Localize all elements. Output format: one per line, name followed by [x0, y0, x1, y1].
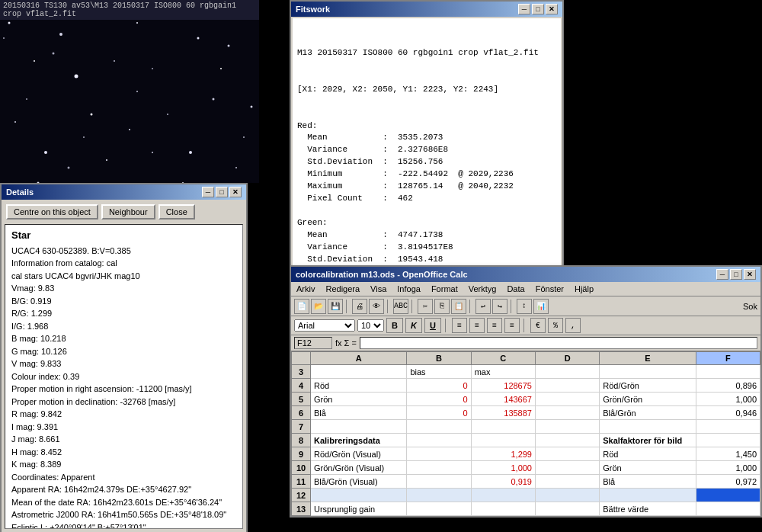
cell[interactable]	[600, 365, 696, 379]
minimize-button[interactable]: ─	[202, 187, 214, 197]
font-size-select[interactable]: 10	[357, 319, 384, 332]
cell[interactable]	[535, 434, 599, 447]
cell[interactable]: Grön/Grön	[600, 393, 696, 406]
fitswork-maximize[interactable]: □	[532, 4, 544, 14]
cell[interactable]	[696, 365, 760, 379]
percent-btn[interactable]: %	[548, 318, 563, 333]
cell[interactable]	[311, 365, 407, 379]
cell[interactable]: Grön	[600, 461, 696, 475]
centre-button[interactable]: Centre on this object	[6, 204, 98, 220]
cell[interactable]	[535, 393, 599, 406]
cell[interactable]	[471, 489, 535, 502]
align-justify-btn[interactable]: ≡	[504, 318, 520, 333]
open-btn[interactable]: 📂	[311, 299, 326, 314]
cell[interactable]: 0	[407, 406, 471, 420]
cell[interactable]: Ursprunglig gain	[311, 502, 407, 516]
undo-btn[interactable]: ↩	[475, 299, 491, 314]
cell[interactable]: Skalfaktorer för bild	[600, 434, 696, 447]
calc-maximize[interactable]: □	[730, 269, 742, 280]
cell[interactable]	[471, 434, 535, 447]
menu-item-infoga[interactable]: Infoga	[395, 284, 423, 294]
preview-btn[interactable]: 👁	[369, 299, 384, 314]
align-right-btn[interactable]: ≡	[487, 318, 502, 333]
cell[interactable]: 1,000	[471, 461, 535, 475]
cell[interactable]: 0,896	[696, 379, 760, 393]
menu-item-verktyg[interactable]: Verktyg	[466, 284, 499, 294]
col-header-e[interactable]: E	[600, 352, 696, 365]
cell[interactable]: 0,919	[471, 475, 535, 489]
cell[interactable]	[471, 502, 535, 516]
sort-btn[interactable]: ↕	[517, 299, 532, 314]
cell[interactable]	[535, 406, 599, 420]
currency-btn[interactable]: €	[530, 318, 546, 333]
col-header-f[interactable]: F	[696, 352, 760, 365]
cell[interactable]	[600, 489, 696, 502]
neighbour-button[interactable]: Neighbour	[101, 204, 155, 220]
cell-reference-input[interactable]	[294, 337, 332, 349]
cell[interactable]	[535, 365, 599, 379]
cell[interactable]: Blå	[311, 406, 407, 420]
align-center-btn[interactable]: ≡	[469, 318, 485, 333]
cell[interactable]: Grön	[311, 393, 407, 406]
cell[interactable]	[535, 461, 599, 475]
cell[interactable]: Bättre värde	[600, 502, 696, 516]
cell[interactable]	[535, 420, 599, 434]
cell[interactable]: 1,299	[471, 447, 535, 461]
align-left-btn[interactable]: ≡	[452, 318, 467, 333]
cell[interactable]	[535, 475, 599, 489]
cell[interactable]	[696, 502, 760, 516]
cut-btn[interactable]: ✂	[418, 299, 433, 314]
save-btn[interactable]: 💾	[328, 299, 343, 314]
cell[interactable]: Blå/Grön	[600, 406, 696, 420]
close-button[interactable]: ✕	[229, 187, 242, 197]
cell[interactable]	[535, 379, 599, 393]
bold-button[interactable]: B	[386, 318, 403, 333]
cell[interactable]	[407, 475, 471, 489]
cell[interactable]	[696, 489, 760, 502]
new-btn[interactable]: 📄	[294, 299, 309, 314]
calc-minimize[interactable]: ─	[716, 269, 728, 280]
cell[interactable]	[535, 447, 599, 461]
cell[interactable]	[407, 502, 471, 516]
cell[interactable]	[311, 489, 407, 502]
cell[interactable]: 143667	[471, 393, 535, 406]
cell[interactable]: bias	[407, 365, 471, 379]
cell[interactable]: Röd	[600, 447, 696, 461]
col-header-c[interactable]: C	[471, 352, 535, 365]
maximize-button[interactable]: □	[216, 187, 228, 197]
cell[interactable]	[407, 489, 471, 502]
menu-item-hjälp[interactable]: Hjälp	[572, 284, 596, 294]
thousands-btn[interactable]: ,	[565, 318, 581, 333]
formula-input[interactable]	[360, 337, 757, 349]
cell[interactable]	[471, 420, 535, 434]
paste-btn[interactable]: 📋	[451, 299, 466, 314]
cell[interactable]: Blå	[600, 475, 696, 489]
cell[interactable]	[600, 420, 696, 434]
cell[interactable]: Röd/Grön (Visual)	[311, 447, 407, 461]
col-header-d[interactable]: D	[535, 352, 599, 365]
copy-btn[interactable]: ⎘	[434, 299, 450, 314]
col-header-b[interactable]: B	[407, 352, 471, 365]
cell[interactable]	[407, 447, 471, 461]
col-header-a[interactable]: A	[311, 352, 407, 365]
chart-btn[interactable]: 📊	[533, 299, 549, 314]
cell[interactable]: 0,972	[696, 475, 760, 489]
cell[interactable]	[535, 502, 599, 516]
italic-button[interactable]: K	[405, 318, 422, 333]
cell[interactable]: Röd	[311, 379, 407, 393]
menu-item-format[interactable]: Format	[429, 284, 460, 294]
cell[interactable]: Grön/Grön (Visual)	[311, 461, 407, 475]
menu-item-visa[interactable]: Visa	[368, 284, 389, 294]
font-select[interactable]: Arial	[294, 319, 355, 332]
cell[interactable]: 1,450	[696, 447, 760, 461]
menu-item-arkiv[interactable]: Arkiv	[294, 284, 317, 294]
menu-item-redigera[interactable]: Redigera	[323, 284, 362, 294]
cell[interactable]: Blå/Grön (Visual)	[311, 475, 407, 489]
cell[interactable]: max	[471, 365, 535, 379]
print-btn[interactable]: 🖨	[352, 299, 367, 314]
cell[interactable]	[535, 489, 599, 502]
cell[interactable]	[407, 420, 471, 434]
cell[interactable]	[311, 420, 407, 434]
cell[interactable]	[407, 434, 471, 447]
fitswork-minimize[interactable]: ─	[518, 4, 530, 14]
